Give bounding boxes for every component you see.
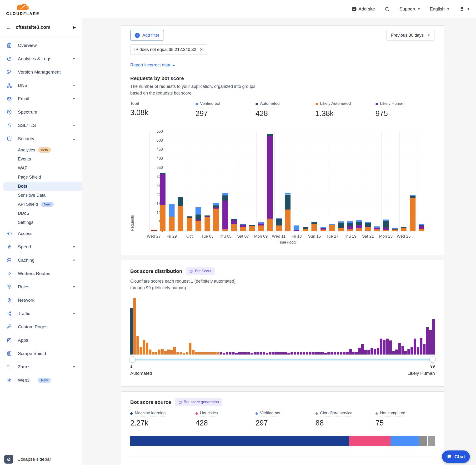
histogram-bar: [260, 352, 262, 355]
sidebar-item-apps[interactable]: Apps: [0, 334, 82, 347]
chat-button[interactable]: Chat: [442, 451, 470, 463]
x-axis-tick: Oct: [186, 234, 192, 239]
back-arrow-icon[interactable]: ←: [6, 24, 11, 31]
bar-segment: [267, 134, 273, 136]
sidebar-item-label: Web3: [18, 378, 30, 383]
add-filter-button[interactable]: + Add filter: [130, 30, 164, 41]
site-switcher[interactable]: ← cftestsite3.com ▶: [0, 18, 82, 36]
bar-segment: [213, 209, 219, 231]
histogram-bar: [423, 344, 425, 355]
gridline: [274, 132, 275, 231]
sidebar-item-dns[interactable]: DNS▼: [0, 79, 82, 92]
sidebar-subitem-settings[interactable]: Settings: [0, 218, 82, 227]
report-incorrect-data-link[interactable]: Report incorrect data: [130, 63, 170, 68]
doc-icon: [189, 270, 193, 273]
sidebar-item-ssl-tls[interactable]: SSL/TLS▼: [0, 119, 82, 132]
stat-label[interactable]: Not computed: [380, 411, 405, 416]
sidebar-item-spectrum[interactable]: Spectrum: [0, 106, 82, 119]
slider-track[interactable]: [130, 359, 435, 360]
sidebar-item-workers-routes[interactable]: Workers Routes: [0, 267, 82, 280]
stacked-bar: [311, 132, 317, 231]
histogram-bar: [133, 298, 136, 355]
sidebar-item-network[interactable]: Network: [0, 294, 82, 307]
gridline: [256, 132, 257, 231]
distribution-description-line2: through 99 (definitely human).: [130, 285, 260, 291]
requests-bar-chart: 050100150200250300350400450500550Wed 27F…: [130, 132, 435, 245]
sidebar-item-speed[interactable]: Speed▼: [0, 240, 82, 254]
sidebar-item-overview[interactable]: Overview: [0, 39, 82, 52]
histogram-bar: [417, 347, 419, 355]
sidebar-item-custom-pages[interactable]: Custom Pages: [0, 320, 82, 334]
histogram-bar: [216, 352, 219, 355]
sidebar-item-rules[interactable]: Rules▼: [0, 280, 82, 294]
sidebar-subitem-events[interactable]: Events: [0, 155, 82, 164]
stat-label[interactable]: Likely Human: [380, 101, 405, 107]
rules-icon: [6, 284, 12, 290]
bar-segment: [329, 224, 335, 225]
stacked-bar: [187, 132, 192, 231]
search-button[interactable]: [384, 6, 390, 12]
bar-segment: [276, 219, 282, 225]
y-axis-label: Requests: [130, 132, 135, 231]
email-icon: [6, 96, 12, 102]
caching-icon: [6, 257, 12, 263]
account-menu[interactable]: ▼: [459, 6, 470, 12]
sidebar-item-version-management[interactable]: Version Management: [0, 65, 82, 79]
source-segment-machine-learning: [130, 436, 349, 446]
sidebar-subitem-api-shield[interactable]: API ShieldNew: [0, 200, 82, 209]
histogram-bar: [238, 352, 241, 355]
gear-icon[interactable]: ⚙: [4, 455, 13, 464]
slider-handle-max[interactable]: [430, 356, 436, 363]
stat-label[interactable]: Verified bot: [200, 101, 220, 107]
cloudflare-logo[interactable]: CLOUDFLARE: [6, 3, 40, 16]
sidebar-item-access[interactable]: Access: [0, 227, 82, 240]
chevron-right-icon[interactable]: ▶: [73, 25, 76, 30]
sidebar-item-scrape-shield[interactable]: Scrape Shield: [0, 347, 82, 360]
collapse-sidebar-button[interactable]: Collapse sidebar: [17, 457, 51, 462]
scrape-shield-icon: [6, 351, 12, 356]
stat-label[interactable]: Machine learning: [135, 411, 166, 416]
bar-segment: [249, 225, 255, 226]
sidebar-item-analytics-logs[interactable]: Analytics & Logs▼: [0, 52, 82, 65]
sidebar-item-security[interactable]: Security▲: [0, 132, 82, 146]
histogram-bar: [176, 352, 179, 355]
stat-label[interactable]: Heuristics: [200, 411, 218, 416]
sidebar-subitem-ddos[interactable]: DDoS: [0, 209, 82, 218]
stat-value: 2.27k: [130, 419, 191, 427]
sidebar-item-label: Traffic: [18, 311, 30, 316]
stacked-bar: [419, 132, 424, 231]
bot-score-badge[interactable]: Bot Score: [186, 267, 215, 275]
stat-label[interactable]: Automated: [260, 101, 280, 107]
bar-segment: [178, 197, 183, 206]
filter-chip[interactable]: IP does not equal 35.212.240.32 ✕: [130, 44, 207, 55]
stat-label[interactable]: Likely Automated: [320, 101, 351, 107]
stat-label[interactable]: Cloudflare service: [320, 411, 352, 416]
slider-handle-min[interactable]: [129, 356, 136, 363]
new-badge: New: [38, 378, 51, 383]
sidebar-subitem-page-shield[interactable]: Page Shield: [0, 173, 82, 182]
add-site-button[interactable]: + Add site: [352, 6, 375, 12]
support-menu[interactable]: Support ▼: [399, 6, 420, 12]
sidebar-item-web3[interactable]: Web3New: [0, 374, 82, 387]
histogram-bar: [155, 352, 158, 355]
stacked-bar: [249, 132, 255, 231]
date-range-select[interactable]: Previous 30 days ▼: [386, 30, 435, 41]
histogram-bar: [414, 338, 416, 355]
language-menu[interactable]: English ▼: [430, 6, 450, 12]
bot-score-generation-badge[interactable]: Bot score generation: [175, 398, 222, 406]
close-icon[interactable]: ✕: [200, 47, 203, 52]
bar-segment: [347, 221, 353, 223]
sidebar-item-email[interactable]: Email▼: [0, 92, 82, 106]
histogram-bar: [306, 352, 308, 355]
sidebar-subitem-bots[interactable]: Bots: [3, 182, 82, 191]
sidebar-item-traffic[interactable]: Traffic▼: [0, 307, 82, 320]
bar-segment: [401, 227, 406, 228]
sidebar-item-zaraz[interactable]: Zaraz▼: [0, 360, 82, 374]
sidebar-subitem-waf[interactable]: WAF: [0, 164, 82, 173]
stat-label[interactable]: Verified bot: [260, 411, 280, 416]
sidebar-item-caching[interactable]: Caching▼: [0, 254, 82, 267]
histogram-bar: [364, 350, 367, 355]
x-axis-tick: Wed 25: [397, 234, 411, 239]
sidebar-subitem-analytics[interactable]: AnalyticsBeta: [0, 146, 82, 155]
sidebar-subitem-sensitive-data[interactable]: Sensitive Data: [0, 191, 82, 200]
